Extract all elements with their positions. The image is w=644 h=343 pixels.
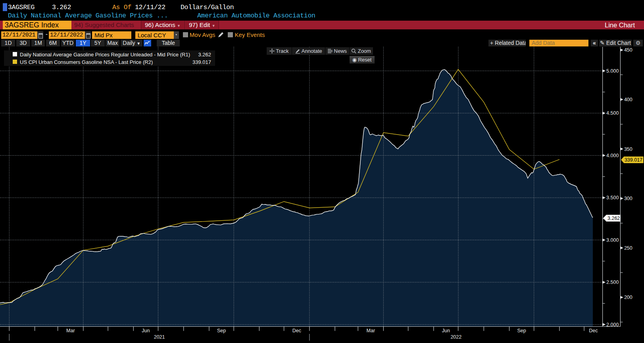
svg-text:4.500: 4.500 bbox=[606, 110, 619, 116]
svg-text:200: 200 bbox=[624, 295, 632, 300]
svg-text:Sep: Sep bbox=[217, 328, 226, 333]
svg-text:450: 450 bbox=[624, 47, 632, 53]
svg-text:2022: 2022 bbox=[450, 334, 461, 340]
svg-text:350: 350 bbox=[624, 146, 632, 152]
svg-text:Dec: Dec bbox=[589, 328, 598, 333]
svg-text:Mar: Mar bbox=[367, 328, 375, 333]
svg-text:Mar: Mar bbox=[66, 328, 75, 333]
svg-text:400: 400 bbox=[624, 97, 632, 102]
svg-text:2021: 2021 bbox=[154, 334, 165, 340]
svg-text:3.000: 3.000 bbox=[606, 237, 619, 243]
svg-text:300: 300 bbox=[624, 196, 632, 201]
svg-text:3.500: 3.500 bbox=[606, 195, 619, 200]
svg-text:Jun: Jun bbox=[142, 328, 150, 333]
svg-text:Dec: Dec bbox=[292, 328, 301, 333]
svg-text:2.500: 2.500 bbox=[606, 279, 619, 285]
svg-text:250: 250 bbox=[624, 245, 632, 251]
svg-text:Sep: Sep bbox=[517, 328, 526, 333]
svg-text:3.262: 3.262 bbox=[607, 216, 620, 221]
svg-text:339.017: 339.017 bbox=[625, 157, 642, 163]
svg-text:4.000: 4.000 bbox=[606, 153, 619, 158]
svg-text:2.000: 2.000 bbox=[606, 322, 619, 328]
svg-text:Jun: Jun bbox=[442, 328, 450, 333]
svg-text:5.000: 5.000 bbox=[606, 68, 619, 74]
